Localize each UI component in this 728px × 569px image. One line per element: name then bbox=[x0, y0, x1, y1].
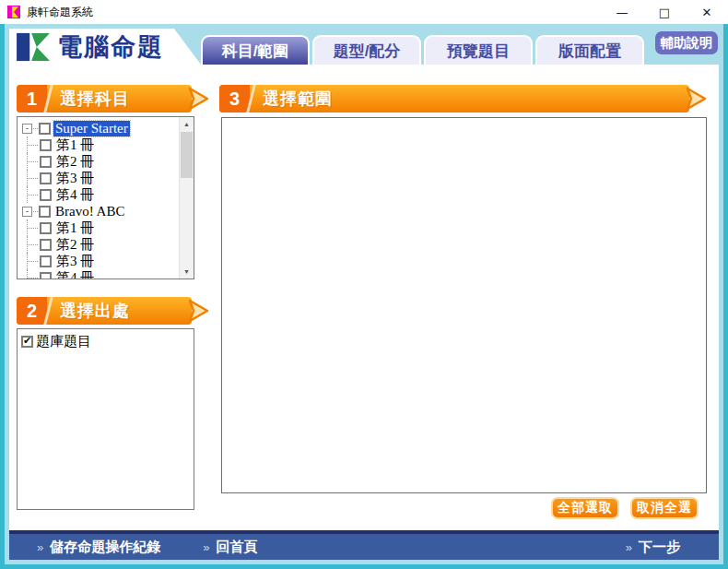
checkbox[interactable] bbox=[40, 189, 52, 201]
select-all-button[interactable]: 全部選取 bbox=[551, 497, 619, 519]
checkbox[interactable] bbox=[40, 156, 52, 168]
tree-row[interactable]: 第1 冊 bbox=[20, 219, 178, 236]
home-label: 回首頁 bbox=[216, 539, 257, 556]
tree-item-label[interactable]: 第1 冊 bbox=[54, 219, 96, 237]
brand-k-icon bbox=[17, 31, 50, 63]
tree-item-label[interactable]: 第1 冊 bbox=[54, 136, 96, 154]
section-subject-banner: 1 選擇科目 bbox=[17, 85, 212, 113]
minimize-button[interactable]: — bbox=[601, 0, 643, 24]
subject-tree-box: - Super Starter 第1 冊 第2 冊 第3 冊 bbox=[17, 116, 194, 279]
save-record-button[interactable]: » 儲存命題操作紀錄 bbox=[37, 539, 160, 556]
tree-item-label[interactable]: 第4 冊 bbox=[54, 186, 96, 204]
section-arrow-icon bbox=[188, 85, 212, 113]
checkbox[interactable] bbox=[40, 172, 52, 184]
section-source-number: 2 bbox=[17, 297, 47, 325]
checkbox[interactable] bbox=[40, 222, 52, 234]
tree-row[interactable]: - Bravo! ABC bbox=[20, 203, 178, 219]
arrow-right-icon: » bbox=[37, 540, 43, 554]
scrollbar-thumb[interactable] bbox=[181, 132, 193, 178]
tab-bar: 科目/範圍 » 題型/配分 預覽題目 版面配置 bbox=[201, 35, 644, 65]
range-selection-box[interactable] bbox=[221, 117, 707, 493]
app-logo-text: 電腦命題 bbox=[57, 30, 164, 64]
source-item[interactable]: 題庫題目 bbox=[18, 329, 194, 354]
scroll-up-icon[interactable]: ▲ bbox=[180, 117, 194, 131]
tree-item-label[interactable]: 第3 冊 bbox=[54, 170, 96, 187]
tree-row[interactable]: 第1 冊 bbox=[20, 136, 178, 153]
deselect-all-button[interactable]: 取消全選 bbox=[630, 497, 699, 519]
checkbox[interactable] bbox=[40, 255, 52, 267]
checkbox[interactable] bbox=[40, 139, 52, 151]
tree-item-label[interactable]: 第2 冊 bbox=[54, 153, 96, 171]
tree-row[interactable]: 第2 冊 bbox=[20, 153, 178, 170]
scroll-down-icon[interactable]: ▼ bbox=[180, 265, 194, 279]
tree-row[interactable]: 第4 冊 bbox=[20, 186, 178, 203]
tab-subject-range[interactable]: 科目/範圍 » bbox=[201, 35, 310, 65]
section-arrow-icon bbox=[686, 85, 710, 113]
tab-layout[interactable]: 版面配置 bbox=[535, 35, 644, 65]
tab-layout-label: 版面配置 bbox=[558, 41, 621, 62]
footer-bar: » 儲存命題操作紀錄 » 回首頁 » 下一步 bbox=[9, 530, 719, 560]
app-logo-icon bbox=[7, 6, 20, 18]
section-subject-title: 選擇科目 bbox=[47, 85, 130, 113]
app-background: 電腦命題 科目/範圍 » 題型/配分 預覽題目 版面配置 輔助說明 bbox=[5, 24, 723, 564]
section-source-banner: 2 選擇出處 bbox=[17, 297, 212, 325]
close-button[interactable]: ✕ bbox=[686, 0, 728, 24]
subject-tree: - Super Starter 第1 冊 第2 冊 第3 冊 bbox=[20, 118, 178, 278]
range-actions: 全部選取 取消全選 bbox=[551, 497, 699, 519]
window-title: 康軒命題系統 bbox=[27, 5, 601, 20]
logo-plate: 電腦命題 bbox=[9, 29, 201, 65]
tree-item-label[interactable]: 第4 冊 bbox=[54, 269, 96, 280]
next-step-label: 下一步 bbox=[639, 539, 680, 556]
arrow-right-icon: » bbox=[626, 540, 632, 554]
tab-question-type[interactable]: 題型/配分 bbox=[312, 35, 421, 65]
window-titlebar: 康軒命題系統 — □ ✕ bbox=[0, 0, 728, 24]
tree-item-label[interactable]: Bravo! ABC bbox=[53, 204, 126, 219]
tab-subject-range-label: 科目/範圍 bbox=[222, 41, 289, 62]
main-panel: 1 選擇科目 - Super Starter 第1 冊 bbox=[9, 65, 719, 530]
save-record-label: 儲存命題操作紀錄 bbox=[50, 539, 160, 556]
maximize-button[interactable]: □ bbox=[643, 0, 686, 24]
tree-row[interactable]: 第3 冊 bbox=[20, 253, 178, 269]
checkbox[interactable] bbox=[39, 206, 51, 218]
checkbox[interactable] bbox=[40, 239, 52, 251]
tree-row[interactable]: 第4 冊 bbox=[20, 269, 178, 279]
next-step-button[interactable]: » 下一步 bbox=[626, 539, 680, 556]
tree-item-label[interactable]: 第2 冊 bbox=[54, 236, 96, 254]
app-frame: 電腦命題 科目/範圍 » 題型/配分 預覽題目 版面配置 輔助說明 bbox=[0, 24, 728, 569]
arrow-right-icon: » bbox=[203, 540, 209, 554]
tab-question-type-label: 題型/配分 bbox=[334, 41, 401, 62]
tab-preview-label: 預覽題目 bbox=[447, 41, 510, 62]
tree-row[interactable]: 第3 冊 bbox=[20, 170, 178, 186]
tab-preview[interactable]: 預覽題目 bbox=[424, 35, 533, 65]
checkbox-checked[interactable] bbox=[21, 336, 33, 348]
collapse-icon[interactable]: - bbox=[22, 124, 32, 134]
collapse-icon[interactable]: - bbox=[22, 207, 32, 217]
help-button[interactable]: 輔助說明 bbox=[655, 31, 718, 54]
section-range-banner: 3 選擇範圍 bbox=[219, 85, 710, 113]
source-list-box: 題庫題目 bbox=[17, 328, 194, 510]
section-range-title: 選擇範圍 bbox=[250, 85, 333, 113]
checkbox[interactable] bbox=[40, 272, 52, 280]
scrollbar[interactable]: ▲ ▼ bbox=[179, 117, 194, 279]
section-arrow-icon bbox=[188, 297, 212, 325]
tree-row[interactable]: - Super Starter bbox=[20, 120, 178, 136]
tree-row[interactable]: 第2 冊 bbox=[20, 236, 178, 253]
app-header: 電腦命題 科目/範圍 » 題型/配分 預覽題目 版面配置 輔助說明 bbox=[5, 24, 723, 65]
section-range-number: 3 bbox=[219, 85, 250, 113]
home-button[interactable]: » 回首頁 bbox=[203, 539, 257, 556]
tree-item-label[interactable]: 第3 冊 bbox=[54, 253, 96, 270]
checkbox[interactable] bbox=[39, 123, 51, 135]
source-item-label: 題庫題目 bbox=[36, 333, 91, 350]
section-source-title: 選擇出處 bbox=[47, 297, 130, 325]
tree-item-label[interactable]: Super Starter bbox=[53, 121, 130, 136]
section-subject-number: 1 bbox=[17, 85, 47, 113]
